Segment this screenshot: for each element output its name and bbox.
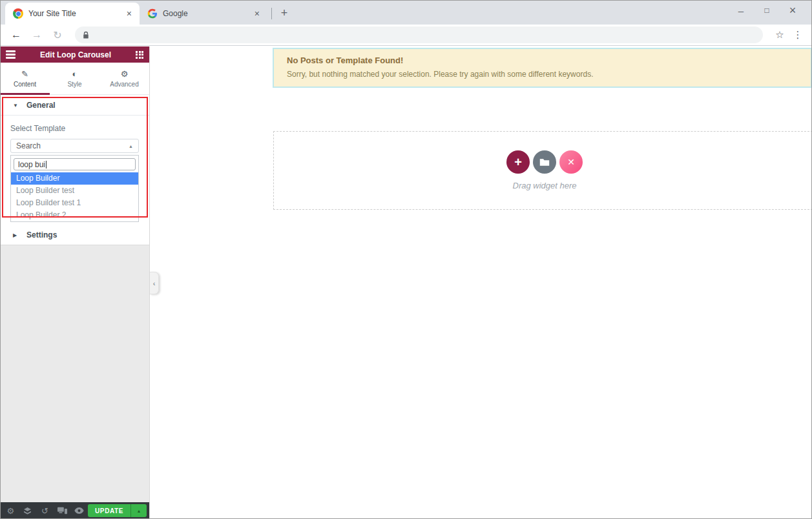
widget-drop-section[interactable]: + ✕ Drag widget here	[273, 131, 812, 210]
lock-icon[interactable]	[83, 31, 89, 39]
xpro-addons-button[interactable]: ✕	[559, 150, 583, 174]
tab-content-label: Content	[14, 81, 36, 88]
drag-widget-hint: Drag widget here	[513, 181, 577, 190]
new-tab-button[interactable]: +	[276, 5, 293, 21]
google-favicon-icon	[147, 8, 158, 19]
text-cursor	[46, 161, 47, 168]
widgets-grid-icon[interactable]	[136, 51, 143, 59]
address-bar[interactable]	[75, 26, 763, 43]
forward-button[interactable]: →	[28, 29, 45, 41]
template-library-button[interactable]	[533, 150, 556, 174]
maximize-button[interactable]: □	[754, 6, 780, 15]
pencil-icon: ✎	[21, 70, 28, 78]
select-template-label: Select Template	[10, 124, 139, 133]
tab-divider	[271, 8, 272, 19]
template-select-value: Search	[16, 141, 41, 150]
preview-eye-icon[interactable]	[70, 502, 88, 519]
page-settings-icon[interactable]: ⚙	[2, 502, 19, 519]
minimize-button[interactable]: –	[728, 5, 754, 16]
section-settings-header[interactable]: ▶ Settings	[0, 225, 149, 245]
panel-title: Edit Loop Carousel	[16, 50, 136, 59]
chrome-favicon-icon	[13, 8, 23, 19]
tab-google[interactable]: Google ×	[140, 3, 267, 25]
panel-footer: ⚙ ↺ UPDATE ▲	[0, 502, 149, 519]
notice-message: Sorry, but nothing matched your selectio…	[287, 70, 804, 79]
tab-advanced-label: Advanced	[110, 81, 138, 88]
window-controls: – □ ×	[728, 0, 806, 21]
template-dropdown: loop bui Loop Builder Loop Builder test …	[10, 155, 139, 222]
notice-title: No Posts or Template Found!	[287, 56, 804, 65]
elementor-panel: Edit Loop Carousel ✎ Content ◐ Style ⚙ A…	[0, 46, 150, 519]
browser-menu-icon[interactable]: ⋮	[791, 29, 804, 41]
tab-style-label: Style	[67, 81, 81, 88]
close-window-button[interactable]: ×	[780, 4, 806, 17]
no-posts-notice: No Posts or Template Found! Sorry, but n…	[273, 48, 812, 88]
template-search-value: loop bui	[18, 160, 45, 169]
dropdown-option[interactable]: Loop Builder test 1	[11, 197, 138, 209]
tab-close-icon[interactable]: ×	[253, 8, 261, 19]
tab-title: Google	[163, 9, 248, 18]
caret-right-icon: ▶	[13, 232, 18, 238]
hamburger-menu-icon[interactable]	[6, 50, 16, 59]
panel-empty-area	[0, 245, 149, 502]
gear-icon: ⚙	[121, 70, 129, 78]
tab-style[interactable]: ◐ Style	[50, 63, 99, 94]
panel-header: Edit Loop Carousel	[0, 46, 149, 63]
panel-collapse-handle[interactable]: ‹	[150, 272, 159, 294]
section-settings-label: Settings	[26, 230, 57, 239]
update-button-group: UPDATE ▲	[88, 504, 147, 517]
panel-tab-bar: ✎ Content ◐ Style ⚙ Advanced	[0, 63, 149, 95]
browser-tab-strip: Your Site Title × Google × + – □ ×	[0, 0, 812, 25]
dropdown-option[interactable]: Loop Builder test	[11, 185, 138, 197]
tab-close-icon[interactable]: ×	[125, 8, 133, 19]
bookmark-star-icon[interactable]: ☆	[772, 29, 787, 41]
caret-down-icon: ▼	[13, 103, 18, 108]
section-general-label: General	[26, 101, 56, 110]
tab-content[interactable]: ✎ Content	[0, 63, 50, 94]
section-general-header[interactable]: ▼ General	[0, 95, 149, 116]
history-icon[interactable]: ↺	[36, 502, 54, 519]
tab-your-site-title[interactable]: Your Site Title ×	[5, 3, 140, 25]
editor-canvas: No Posts or Template Found! Sorry, but n…	[151, 46, 812, 519]
tab-title: Your Site Title	[28, 9, 120, 18]
navigator-icon[interactable]	[19, 502, 37, 519]
reload-button[interactable]: ↻	[49, 29, 66, 41]
browser-window: Your Site Title × Google × + – □ × ← → ↻	[0, 0, 812, 519]
section-action-buttons: + ✕	[506, 150, 583, 174]
template-search-input[interactable]: loop bui	[14, 158, 136, 170]
dropdown-option[interactable]: Loop Builder 2	[11, 209, 138, 221]
update-options-caret[interactable]: ▲	[130, 504, 147, 517]
responsive-mode-icon[interactable]	[54, 502, 71, 519]
template-select[interactable]: Search ▲	[10, 139, 139, 153]
style-icon: ◐	[72, 70, 78, 78]
select-template-control: Select Template Search ▲ loop bui Loop B…	[0, 116, 149, 225]
back-button[interactable]: ←	[8, 29, 25, 41]
update-button[interactable]: UPDATE	[88, 504, 130, 517]
browser-toolbar: ← → ↻ ☆ ⋮	[0, 25, 812, 46]
dropdown-option[interactable]: Loop Builder	[11, 172, 138, 185]
folder-icon	[539, 158, 550, 167]
add-section-button[interactable]: +	[506, 150, 530, 174]
caret-up-icon: ▲	[129, 144, 133, 148]
tab-advanced[interactable]: ⚙ Advanced	[99, 63, 149, 94]
